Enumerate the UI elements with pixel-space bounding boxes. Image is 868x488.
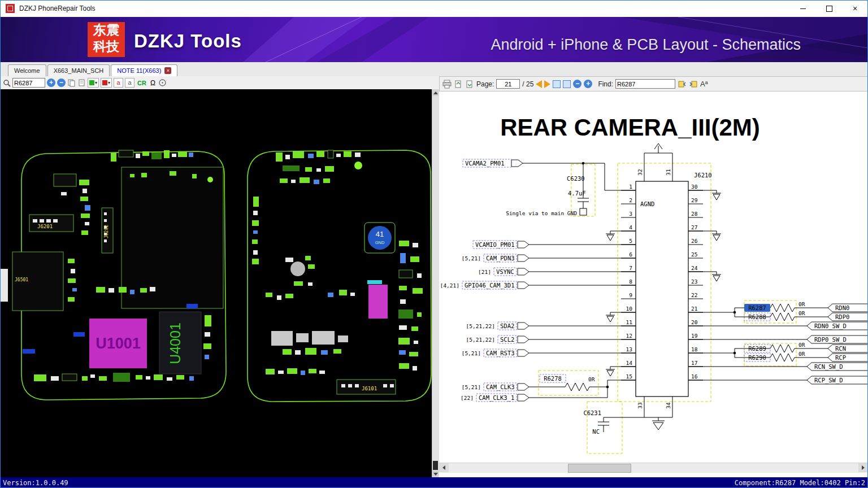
schematic-drawing: RDN0 RDP0 RDN0_SW_D RDP0_SW_D RCN RCP RC… — [439, 91, 868, 463]
tab-note11-x663[interactable]: NOTE 11(X663) × — [111, 64, 177, 76]
print-icon[interactable] — [442, 80, 452, 89]
close-button[interactable]: × — [842, 0, 868, 17]
maximize-button[interactable] — [816, 0, 842, 17]
tab-close-button[interactable]: × — [164, 67, 171, 74]
resistor-label-r6278[interactable]: R6278 0R — [540, 374, 595, 382]
ic-body-j6210[interactable] — [636, 181, 688, 396]
scroll-right-button[interactable] — [858, 463, 868, 472]
pcb-cap — [290, 262, 305, 276]
previous-page-button[interactable] — [536, 80, 542, 88]
window-controls: × — [790, 0, 868, 17]
cr-toggle-button[interactable]: CR — [136, 80, 147, 86]
scroll-down-button[interactable] — [432, 470, 439, 477]
zoom-in-button[interactable]: + — [47, 79, 55, 87]
pcb-board-art: J6201 J6202 J6501 U1001 U4001 — [0, 89, 432, 477]
connector-j6101[interactable]: J6101 — [337, 380, 396, 394]
net-label-gpio46[interactable]: [4,21] GPIO46_CAM_3D1 — [440, 281, 517, 289]
window-title: DZKJ PhoneRepair Tools — [19, 5, 96, 12]
export-page-icon[interactable] — [454, 80, 463, 89]
scroll-up-button[interactable] — [432, 89, 439, 96]
net-label-vsync[interactable]: [21] VSYNC — [478, 268, 517, 276]
copy-icon[interactable] — [67, 79, 76, 87]
net-label-vcamio[interactable]: VCAMIO_PM01 — [473, 241, 517, 249]
scrollbar-thumb[interactable] — [433, 461, 438, 470]
svg-text:16: 16 — [691, 373, 698, 380]
tab-x663-main-sch[interactable]: X663_MAIN_SCH — [47, 64, 110, 76]
minimize-button[interactable] — [790, 0, 816, 17]
svg-text:26: 26 — [691, 238, 698, 244]
import-page-icon[interactable] — [465, 80, 474, 89]
scrollbar-thumb[interactable] — [568, 464, 631, 473]
svg-text:3: 3 — [629, 211, 632, 217]
svg-text:31: 31 — [665, 169, 671, 176]
svg-text:C6230: C6230 — [567, 175, 585, 182]
clock-icon[interactable] — [158, 79, 167, 87]
bottom-color-dropdown[interactable]: ▾ — [101, 78, 112, 88]
pcb-toolbar: + − ▾ ▾ a a CR Ω — [0, 76, 439, 90]
svg-text:23: 23 — [691, 278, 697, 285]
chip-u4001[interactable]: U4001 — [159, 312, 201, 374]
net-flags-right[interactable]: RDN0 RDP0 RDN0_SW_D RDP0_SW_D RCN RCP RC… — [807, 304, 868, 384]
net-rcn-sw: RCN_SW_D — [814, 363, 843, 371]
svg-text:27: 27 — [691, 224, 697, 230]
svg-text:GPIO46_CAM_3D1: GPIO46_CAM_3D1 — [465, 282, 515, 289]
net-label-cam-rst3[interactable]: [5,21] CAM_RST3 — [462, 349, 517, 357]
svg-text:19: 19 — [691, 333, 698, 339]
svg-text:29: 29 — [691, 197, 698, 203]
svg-text:[22]: [22] — [461, 395, 474, 401]
connector-j6201[interactable]: J6201 — [29, 215, 73, 232]
app-icon — [6, 4, 15, 13]
scroll-left-button[interactable] — [439, 463, 449, 472]
arrow-left-icon — [442, 465, 445, 470]
page-number-input[interactable] — [496, 79, 520, 89]
svg-text:25: 25 — [691, 251, 697, 258]
find-next-icon[interactable] — [689, 80, 698, 89]
top-color-dropdown[interactable]: ▾ — [88, 78, 99, 88]
net-label-vcama2[interactable]: VCAMA2_PM01 — [463, 159, 511, 167]
svg-text:NC: NC — [592, 428, 600, 435]
net-label-cam-clk3-1[interactable]: [22] CAM_CLK3_1 — [461, 394, 517, 402]
find-previous-icon[interactable] — [678, 80, 687, 89]
net-rdp0-sw: RDP0_SW_D — [814, 336, 847, 343]
sch-zoom-in-button[interactable]: + — [584, 80, 592, 88]
via-41-gnd[interactable]: 41 GND — [364, 223, 395, 253]
connector-j6501[interactable]: J6501 — [12, 252, 63, 311]
sheet-icon[interactable] — [77, 79, 86, 87]
schematic-horizontal-scrollbar[interactable] — [439, 463, 868, 473]
svg-text:VSYNC: VSYNC — [496, 268, 514, 275]
zoom-out-button[interactable]: − — [57, 79, 66, 87]
svg-text:1: 1 — [629, 184, 632, 190]
capacitor-c6230[interactable]: C6230 4.7uF Single via to main GND — [506, 175, 585, 216]
banner: 东震 科技 DZKJ Tools Android + iPhone & PCB … — [0, 17, 868, 62]
ohm-button[interactable]: Ω — [149, 79, 157, 87]
pcb-view-canvas[interactable]: J6201 J6202 J6501 U1001 U4001 — [0, 89, 432, 477]
tab-welcome[interactable]: Welcome — [8, 64, 46, 76]
label-color-a-button[interactable]: a — [114, 78, 123, 88]
net-label-scl2[interactable]: [5,21,22] SCL2 — [466, 336, 517, 343]
pcb-via — [207, 177, 213, 182]
chip-u1001[interactable]: U1001 — [89, 319, 147, 368]
schematic-canvas[interactable]: RDN0 RDP0 RDN0_SW_D RDP0_SW_D RCN RCP RC… — [439, 91, 868, 463]
caret-down-icon: ▾ — [95, 80, 97, 85]
resistor-label-r6287-selected[interactable]: R6287 0R — [744, 301, 805, 312]
fit-page-button[interactable] — [563, 80, 571, 88]
net-label-sda2[interactable]: [5,21,22] SDA2 — [466, 322, 517, 330]
connector-j6202[interactable]: J6202 — [102, 208, 113, 253]
connector-ref[interactable]: J6210 — [694, 172, 712, 178]
next-page-button[interactable] — [544, 80, 550, 88]
find-input[interactable] — [615, 79, 675, 89]
schematic-panel: Page: / 25 − + Find: Aª — [439, 76, 868, 477]
label-a-button[interactable]: a — [125, 78, 134, 88]
net-label-cam-pdn3[interactable]: [5,21] CAM_PDN3 — [462, 254, 517, 262]
net-rcn: RCN — [835, 345, 846, 352]
resistor-r6290 — [770, 354, 797, 361]
sch-zoom-out-button[interactable]: − — [573, 80, 581, 88]
fit-width-button[interactable] — [553, 80, 561, 88]
chip-u2[interactable] — [368, 285, 388, 319]
pcb-search-input[interactable] — [12, 78, 45, 88]
net-label-cam-clk3[interactable]: [5,21] CAM_CLK3 — [462, 383, 517, 391]
version-text: Version:1.0.0.49 — [3, 479, 68, 487]
arrow-right-icon — [862, 465, 865, 470]
font-size-button[interactable]: Aª — [700, 80, 708, 88]
pcb-vertical-scrollbar[interactable] — [432, 89, 439, 477]
